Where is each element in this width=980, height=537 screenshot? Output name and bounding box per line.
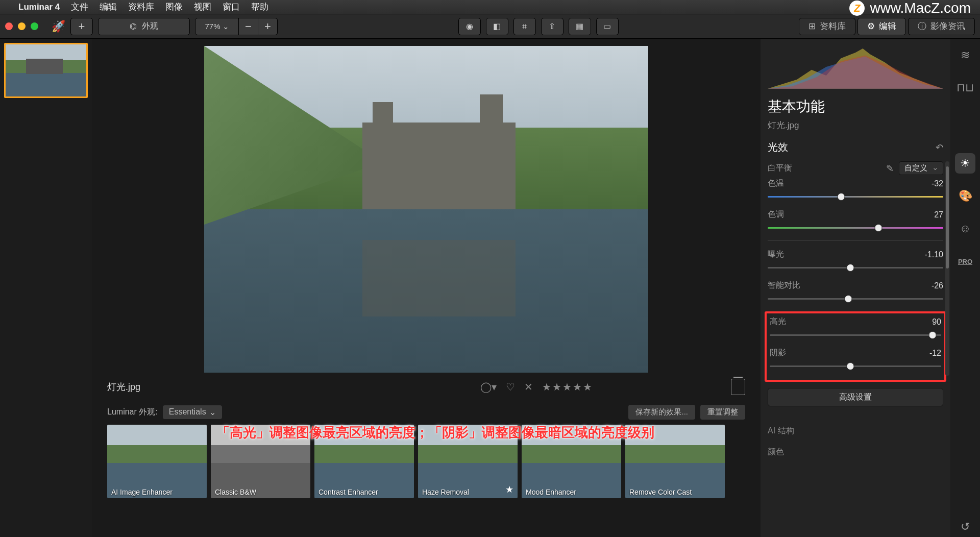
reject-icon[interactable]: ✕ [524,381,533,393]
image-canvas[interactable] [204,46,648,373]
creative-tab-icon[interactable]: 🎨 [955,186,975,206]
flag-icon[interactable]: ◯▾ [480,381,497,393]
tab-edit[interactable]: ⚙编辑 [857,18,906,35]
close-button[interactable] [5,22,13,30]
menu-window[interactable]: 窗口 [223,1,240,13]
looks-group-dropdown[interactable]: Essentials⌄ [163,405,222,419]
edit-icon: ⚙ [867,21,875,32]
look-remove-color-cast[interactable]: Remove Color Cast [625,425,725,498]
menu-library[interactable]: 资料库 [128,1,154,13]
eyedropper-icon[interactable]: ✎ [886,163,894,174]
maximize-button[interactable] [31,22,38,30]
filmstrip [0,39,92,537]
save-look-button[interactable]: 保存新的效果... [628,405,695,420]
look-haze-removal[interactable]: Haze Removal★ [418,425,518,498]
library-icon: ⊞ [808,21,816,32]
trash-button[interactable] [731,379,745,395]
portrait-tab-icon[interactable]: ☺ [955,218,975,239]
section-light: 光效 [768,140,788,154]
highlights-slider[interactable] [770,330,941,339]
wb-label: 白平衡 [768,163,792,174]
zoom-value[interactable]: 77% ⌄ [195,18,239,35]
zoom-in-button[interactable]: + [258,18,278,35]
look-mood-enhancer[interactable]: Mood Enhancer [522,425,621,498]
exposure-label: 曝光 [768,249,784,260]
compare-button[interactable]: ◧ [486,18,508,35]
history-tab-icon[interactable]: ↺ [955,517,975,537]
minimize-button[interactable] [18,22,26,30]
shadows-slider[interactable] [770,361,941,371]
essentials-tab-icon[interactable]: ☀ [955,153,975,174]
tab-info[interactable]: ⓘ影像资讯 [908,18,975,35]
crop-button[interactable]: ⌗ [513,18,536,35]
watermark-z-icon: Z [849,1,865,16]
window-controls [5,22,38,30]
temp-label: 色温 [768,178,784,189]
look-contrast-enhancer[interactable]: Contrast Enhancer [314,425,414,498]
watermark: Z www.MacZ.com [849,0,971,16]
preview-button[interactable]: ◉ [458,18,481,35]
thumbnail-selected[interactable] [4,43,88,98]
undo-icon[interactable]: ↶ [936,142,943,153]
zoom-control: 77% ⌄ − + [195,18,278,35]
looks-label: Luminar 外观: [107,407,158,418]
highlighted-control-group: 高光90 阴影-12 [765,311,946,382]
contrast-value: -26 [932,281,943,290]
advanced-settings-button[interactable]: 高级设置 [768,388,943,406]
info-icon: ⓘ [918,20,926,32]
edit-panel: 基本功能 灯光.jpg 光效 ↶ 白平衡 ✎ 自定义 色温-32 色调27 曝光… [761,39,980,537]
panel-subtitle: 灯光.jpg [768,119,943,131]
exposure-value: -1.10 [925,250,943,259]
edit-category-tabs: ≋ ⊓⊔ ☀ 🎨 ☺ PRO ↺ [950,39,980,537]
color-section-label[interactable]: 颜色 [768,447,784,457]
reset-adjustments-button[interactable]: 重置调整 [700,405,745,420]
main-tabs: ⊞资料库 ⚙编辑 ⓘ影像资讯 [799,18,975,35]
look-classic-bw[interactable]: Classic B&W [211,425,310,498]
macos-menubar: Luminar 4 文件 编辑 资料库 图像 视图 窗口 帮助 [0,0,980,14]
zoom-out-button[interactable]: − [239,18,258,35]
watermark-text: www.MacZ.com [870,0,971,16]
menu-view[interactable]: 视图 [194,1,211,13]
single-view-button[interactable]: ▭ [596,18,619,35]
canvas-area: 灯光.jpg ◯▾ ♡ ✕ ★★★★★ Luminar 外观: Essentia… [92,39,761,537]
shadows-label: 阴影 [770,348,786,358]
grid-view-button[interactable]: ▦ [569,18,591,35]
temp-slider[interactable] [768,192,943,201]
app-name[interactable]: Luminar 4 [18,2,60,12]
looks-strip: 「高光」调整图像最亮区域的亮度；「阴影」调整图像最暗区域的亮度级别 AI Ima… [92,423,761,500]
pro-tab-icon[interactable]: PRO [955,251,975,272]
highlights-value: 90 [932,318,941,327]
appearance-icon: ⌬ [130,21,137,31]
appearance-dropdown[interactable]: ⌬ 外观 [98,18,190,35]
add-button[interactable]: + [70,18,93,35]
tint-slider[interactable] [768,223,943,232]
canvas-tab-icon[interactable]: ⊓⊔ [955,78,975,98]
menu-file[interactable]: 文件 [71,1,88,13]
panel-scrollbar[interactable] [945,161,949,376]
temp-value: -32 [932,179,943,188]
menu-image[interactable]: 图像 [165,1,183,13]
looks-header: Luminar 外观: Essentials⌄ 保存新的效果... 重置调整 [92,401,761,423]
ai-structure-label[interactable]: AI 结构 [768,426,794,436]
appearance-label: 外观 [142,21,158,32]
menu-edit[interactable]: 编辑 [100,1,117,13]
file-info-bar: 灯光.jpg ◯▾ ♡ ✕ ★★★★★ [92,373,761,401]
contrast-label: 智能对比 [768,280,800,291]
highlights-label: 高光 [770,316,786,327]
export-button[interactable]: ⇧ [541,18,564,35]
look-ai-enhancer[interactable]: AI Image Enhancer [107,425,207,498]
tab-library[interactable]: ⊞资料库 [799,18,855,35]
rating-stars[interactable]: ★★★★★ [542,381,593,393]
heart-icon[interactable]: ♡ [506,381,515,393]
layers-tab-icon[interactable]: ≋ [955,45,975,65]
menu-help[interactable]: 帮助 [251,1,268,13]
rocket-icon[interactable]: 🚀 [52,20,65,33]
star-icon: ★ [505,484,513,495]
exposure-slider[interactable] [768,263,943,272]
filename: 灯光.jpg [107,381,480,393]
histogram[interactable] [768,44,943,90]
app-toolbar: 🚀 + ⌬ 外观 77% ⌄ − + ◉ ◧ ⌗ ⇧ ▦ ▭ ⊞资料库 ⚙编辑 … [0,14,980,39]
contrast-slider[interactable] [768,294,943,303]
tint-label: 色调 [768,209,784,220]
wb-dropdown[interactable]: 自定义 [899,161,943,175]
